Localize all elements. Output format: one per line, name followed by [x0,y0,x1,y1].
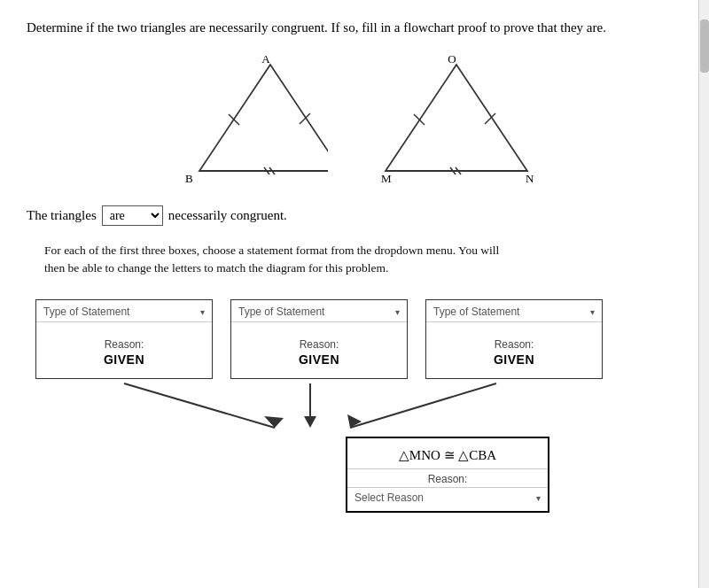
triangle-abc: A B C [173,56,328,184]
reason-section-1: Reason: GIVEN [36,322,212,378]
arrows-svg [35,379,603,437]
conclusion-reason-label: Reason: [347,469,548,487]
proof-boxes-row: Type of Statement Reason: GIVEN Type of … [35,299,682,379]
scrollbar-thumb[interactable] [700,19,709,73]
instructions: For each of the first three boxes, choos… [44,242,647,279]
type-label-3: Type of Statement [433,306,519,318]
type-select-wrap-1 [191,306,205,317]
proof-box-1: Type of Statement Reason: GIVEN [35,299,213,379]
type-select-wrap-2 [386,306,400,317]
scrollbar[interactable] [698,0,709,588]
conclusion-box: △MNO ≅ △CBA Reason: Select Reason [346,437,549,513]
arrow-right-line [350,383,496,428]
congruent-prefix: The triangles [27,208,97,223]
type-row-3: Type of Statement [426,300,602,322]
vertex-m-label: M [381,172,392,184]
type-row-1: Type of Statement [36,300,212,322]
reason-value-3: GIVEN [494,352,534,367]
instructions-line2: then be able to change the letters to ma… [44,261,388,275]
reason-section-3: Reason: GIVEN [426,322,602,378]
type-label-2: Type of Statement [238,306,324,318]
arrow-center-head [304,416,316,428]
proof-box-2: Type of Statement Reason: GIVEN [230,299,408,379]
congruent-statement: The triangles are are not necessarily co… [27,205,682,226]
vertex-n-label: N [526,172,534,184]
reason-label-1: Reason: [105,338,144,351]
vertex-o-label: O [448,56,456,66]
type-select-2[interactable] [386,306,397,317]
conclusion-reason-select[interactable]: Select Reason [354,491,536,504]
reason-value-2: GIVEN [299,352,339,367]
conclusion-statement: △MNO ≅ △CBA [347,438,548,469]
triangle-omn: O M N [381,56,536,184]
reason-label-3: Reason: [495,338,534,351]
type-select-wrap-3 [581,306,595,317]
svg-marker-1 [386,65,527,171]
type-select-3[interactable] [581,306,592,317]
type-select-1[interactable] [191,306,202,317]
instructions-line1: For each of the first three boxes, choos… [44,244,499,257]
proof-section: Type of Statement Reason: GIVEN Type of … [35,299,682,513]
arrow-left-line [124,383,275,428]
type-row-2: Type of Statement [231,300,407,322]
congruent-suffix: necessarily congruent. [168,208,287,223]
reason-label-2: Reason: [300,338,339,351]
proof-box-3: Type of Statement Reason: GIVEN [425,299,603,379]
arrows-container [35,379,603,437]
vertex-b-label: B [185,172,193,184]
type-label-1: Type of Statement [43,306,129,318]
vertex-a-label: A [261,56,270,66]
reason-section-2: Reason: GIVEN [231,322,407,378]
congruent-select[interactable]: are are not [102,205,163,226]
reason-value-1: GIVEN [104,352,144,367]
question-text: Determine if the two triangles are neces… [27,18,665,38]
triangles-diagram: A B C O M N [27,56,682,184]
conclusion-select-wrap: Select Reason [347,487,548,511]
conclusion-wrap: △MNO ≅ △CBA Reason: Select Reason [213,437,682,513]
svg-marker-0 [199,65,328,171]
